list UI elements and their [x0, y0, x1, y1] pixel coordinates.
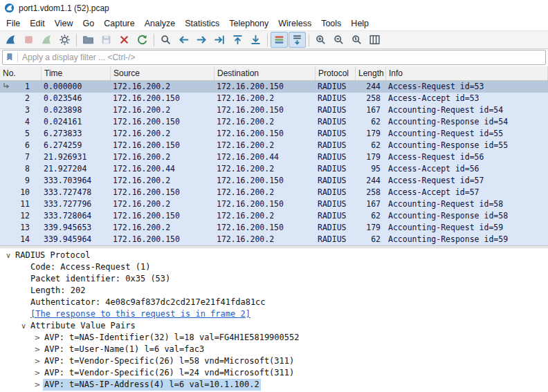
column-header-no[interactable]: No.	[0, 66, 42, 80]
close-file-button[interactable]	[116, 32, 133, 48]
packet-time: 339.945964	[42, 234, 111, 245]
packet-row[interactable]: 56.273833172.16.200.2172.16.200.150RADIU…	[0, 128, 548, 140]
packet-row[interactable]: 40.024161172.16.200.150172.16.200.2RADIU…	[0, 116, 548, 128]
detail-line[interactable]: ∨RADIUS Protocol	[0, 250, 548, 261]
packet-time: 0.023546	[42, 93, 111, 104]
packet-protocol: RADIUS	[316, 187, 356, 198]
detail-text: Packet identifier: 0x35 (53)	[29, 273, 172, 285]
packet-time: 333.727478	[42, 187, 111, 198]
column-header-source[interactable]: Source	[111, 66, 214, 80]
collapsed-chevron-icon[interactable]: >	[32, 367, 43, 379]
expanded-chevron-icon[interactable]: ∨	[18, 320, 29, 332]
go-back-button[interactable]	[175, 32, 192, 48]
detail-line[interactable]: >AVP: t=NAS-IP-Address(4) l=6 val=10.1.1…	[0, 379, 548, 391]
packet-length: 62	[356, 116, 386, 128]
go-to-packet-button[interactable]	[211, 32, 228, 48]
go-first-packet-button[interactable]	[229, 32, 246, 48]
zoom-out-button[interactable]	[330, 32, 347, 48]
menu-analyze[interactable]: Analyze	[140, 17, 180, 30]
display-filter-input[interactable]	[21, 52, 542, 63]
related-packet-arrow-icon	[3, 82, 11, 91]
go-last-packet-button[interactable]	[247, 32, 264, 48]
column-header-destination[interactable]: Destination	[214, 66, 316, 80]
menu-view[interactable]: View	[50, 17, 78, 30]
packet-row[interactable]: 66.274259172.16.200.150172.16.200.2RADIU…	[0, 140, 548, 151]
detail-line[interactable]: Authenticator: 4e08c9af837dc2cd217e21f41…	[0, 297, 548, 308]
auto-scroll-icon	[291, 34, 303, 46]
packet-no: 2	[0, 93, 42, 104]
packet-time: 333.727796	[42, 198, 111, 210]
find-packet-button[interactable]	[157, 32, 174, 48]
packet-row[interactable]: 14339.945964172.16.200.150172.16.200.2RA…	[0, 234, 548, 245]
menu-edit[interactable]: Edit	[25, 17, 50, 30]
detail-line[interactable]: >AVP: t=User-Name(1) l=6 val=fac3	[0, 344, 548, 355]
packet-row[interactable]: 13339.945653172.16.200.2172.16.200.150RA…	[0, 222, 548, 234]
packet-protocol: RADIUS	[316, 116, 356, 128]
packet-destination: 172.16.200.150	[214, 175, 316, 187]
packet-info: Accounting-Request id=54	[386, 104, 548, 116]
detail-line[interactable]: ∨Attribute Value Pairs	[0, 320, 548, 332]
column-header-info[interactable]: Info	[386, 66, 548, 80]
detail-frame-link[interactable]: [The response to this request is in fram…	[29, 308, 252, 320]
packet-row[interactable]: 12333.728064172.16.200.150172.16.200.2RA…	[0, 210, 548, 222]
main-toolbar	[0, 30, 548, 49]
zoom-in-button[interactable]	[312, 32, 329, 48]
packet-row[interactable]: 821.927204172.16.200.44172.16.200.2RADIU…	[0, 163, 548, 175]
expanded-chevron-icon[interactable]: ∨	[3, 250, 14, 261]
detail-line[interactable]: >AVP: t=Vendor-Specific(26) l=24 vnd=Mic…	[0, 367, 548, 379]
collapsed-chevron-icon[interactable]: >	[32, 344, 43, 355]
collapsed-chevron-icon[interactable]: >	[32, 355, 43, 367]
display-filter-field[interactable]	[2, 50, 546, 65]
wireshark-window: port1.vdom1.1 (52).pcap FileEditViewGoCa…	[0, 0, 548, 392]
detail-line[interactable]: Code: Access-Request (1)	[0, 261, 548, 273]
detail-line[interactable]: [The response to this request is in fram…	[0, 308, 548, 320]
packet-protocol: RADIUS	[316, 151, 356, 163]
capture-options-button[interactable]	[56, 32, 73, 48]
packet-row[interactable]: 10333.727478172.16.200.150172.16.200.2RA…	[0, 187, 548, 198]
packet-source: 172.16.200.150	[111, 187, 214, 198]
auto-scroll-button[interactable]	[289, 32, 306, 48]
packet-length: 62	[356, 234, 386, 245]
toolbar-separator	[309, 34, 309, 46]
packet-time: 6.274259	[42, 140, 111, 151]
menu-wireless[interactable]: Wireless	[273, 17, 316, 30]
menu-telephony[interactable]: Telephony	[224, 17, 273, 30]
save-file-button[interactable]	[98, 32, 115, 48]
menu-go[interactable]: Go	[78, 17, 100, 30]
colorize-packets-button[interactable]	[271, 32, 288, 48]
packet-info: Access-Request id=57	[386, 175, 548, 187]
column-header-protocol[interactable]: Protocol	[316, 66, 356, 80]
menu-statistics[interactable]: Statistics	[180, 17, 224, 30]
resize-columns-button[interactable]	[366, 32, 383, 48]
packet-row[interactable]: 20.023546172.16.200.150172.16.200.2RADIU…	[0, 93, 548, 104]
packet-row[interactable]: 9333.703964172.16.200.2172.16.200.150RAD…	[0, 175, 548, 187]
restart-capture-button[interactable]	[38, 32, 55, 48]
packet-row[interactable]: 30.023898172.16.200.2172.16.200.150RADIU…	[0, 104, 548, 116]
detail-line[interactable]: Length: 202	[0, 285, 548, 297]
packet-row[interactable]: 10.000000172.16.200.2172.16.200.150RADIU…	[0, 81, 548, 93]
packet-destination: 172.16.200.2	[214, 234, 316, 245]
column-header-length[interactable]: Length	[356, 66, 386, 80]
packet-length: 167	[356, 104, 386, 116]
packet-info: Accounting-Response id=54	[386, 116, 548, 128]
zoom-original-button[interactable]	[348, 32, 365, 48]
collapsed-chevron-icon[interactable]: >	[32, 379, 43, 391]
open-file-button[interactable]	[80, 32, 97, 48]
reload-file-button[interactable]	[134, 32, 151, 48]
menu-tools[interactable]: Tools	[316, 17, 346, 30]
start-capture-button[interactable]	[2, 32, 19, 48]
menu-help[interactable]: Help	[346, 17, 374, 30]
detail-line[interactable]: >AVP: t=NAS-Identifier(32) l=18 val=FG4H…	[0, 332, 548, 344]
detail-line[interactable]: Packet identifier: 0x35 (53)	[0, 273, 548, 285]
detail-line[interactable]: >AVP: t=Vendor-Specific(26) l=58 vnd=Mic…	[0, 355, 548, 367]
go-forward-button[interactable]	[193, 32, 210, 48]
collapsed-chevron-icon[interactable]: >	[32, 332, 43, 344]
column-header-time[interactable]: Time	[42, 66, 111, 80]
packet-row[interactable]: 721.926931172.16.200.2172.16.200.44RADIU…	[0, 151, 548, 163]
menu-file[interactable]: File	[1, 17, 25, 30]
packet-source: 172.16.200.2	[111, 151, 214, 163]
menu-capture[interactable]: Capture	[99, 17, 139, 30]
filter-bookmark-icon[interactable]	[6, 53, 15, 62]
stop-capture-button[interactable]	[20, 32, 37, 48]
packet-row[interactable]: 11333.727796172.16.200.2172.16.200.150RA…	[0, 198, 548, 210]
